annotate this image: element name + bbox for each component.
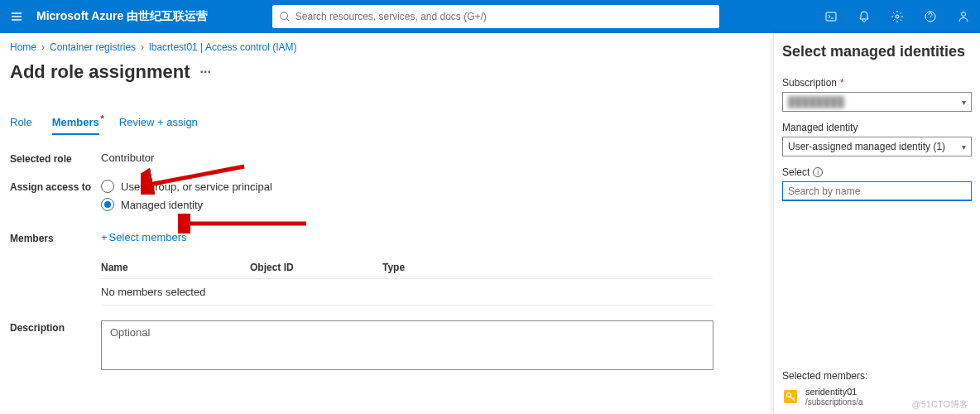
brand-label: Microsoft Azure 由世纪互联运营 <box>36 9 208 24</box>
members-label: Members <box>10 231 101 244</box>
empty-members-row: No members selected <box>101 279 713 306</box>
feedback-icon[interactable] <box>947 0 980 33</box>
panel-title: Select managed identities <box>782 43 972 60</box>
select-members-link[interactable]: +Select members <box>101 231 713 243</box>
selected-role-value: Contributor <box>101 152 154 164</box>
breadcrumb-current[interactable]: lbacrtest01 | Access control (IAM) <box>149 41 297 53</box>
search-icon <box>279 11 291 22</box>
side-panel: Select managed identities Subscription *… <box>773 33 980 414</box>
tabs: Role Members* Review + assign <box>10 116 763 135</box>
members-table-header: Name Object ID Type <box>101 257 713 279</box>
managed-identity-label: Managed identity <box>782 122 972 133</box>
svg-point-4 <box>961 12 965 17</box>
breadcrumb: Home › Container registries › lbacrtest0… <box>10 33 763 61</box>
global-search[interactable] <box>272 5 719 28</box>
chevron-down-icon: ▾ <box>962 142 966 152</box>
top-icon-tray <box>814 0 980 33</box>
chevron-right-icon: › <box>41 41 45 53</box>
svg-point-0 <box>281 12 288 20</box>
svg-point-2 <box>896 15 899 18</box>
watermark: @51CTO博客 <box>912 398 968 411</box>
select-label: Select i <box>782 166 972 178</box>
radio-user-group[interactable]: User, group, or service principal <box>101 180 272 193</box>
cloud-shell-icon[interactable] <box>814 0 848 33</box>
chevron-down-icon: ▾ <box>962 98 966 107</box>
tab-members[interactable]: Members* <box>52 116 99 135</box>
radio-managed-identity[interactable]: Managed identity <box>101 198 272 211</box>
hamburger-icon[interactable] <box>0 0 33 33</box>
tab-review[interactable]: Review + assign <box>119 116 198 135</box>
page-title: Add role assignment ··· <box>10 61 763 83</box>
breadcrumb-registries[interactable]: Container registries <box>50 41 136 53</box>
subscription-dropdown[interactable]: ████████ ▾ <box>782 92 972 112</box>
more-actions-icon[interactable]: ··· <box>200 65 211 79</box>
radio-checked-icon <box>101 198 114 211</box>
select-search-input[interactable] <box>782 181 972 201</box>
settings-icon[interactable] <box>881 0 914 33</box>
assign-access-label: Assign access to <box>10 180 101 193</box>
radio-icon <box>101 180 114 193</box>
help-icon[interactable] <box>914 0 947 33</box>
managed-identity-dropdown[interactable]: User-assigned managed identity (1) ▾ <box>782 137 972 156</box>
svg-rect-1 <box>826 12 836 21</box>
breadcrumb-home[interactable]: Home <box>10 41 36 53</box>
key-icon <box>782 388 799 405</box>
description-input[interactable]: Optional <box>101 320 713 370</box>
notifications-icon[interactable] <box>848 0 881 33</box>
selected-role-label: Selected role <box>10 152 101 165</box>
chevron-right-icon: › <box>141 41 144 53</box>
info-icon[interactable]: i <box>813 167 823 177</box>
top-bar: Microsoft Azure 由世纪互联运营 <box>0 0 980 33</box>
search-input[interactable] <box>295 11 713 22</box>
main-content: Home › Container registries › lbacrtest0… <box>0 33 773 414</box>
description-label: Description <box>10 320 101 334</box>
tab-role[interactable]: Role <box>10 116 32 135</box>
subscription-label: Subscription * <box>782 77 972 89</box>
